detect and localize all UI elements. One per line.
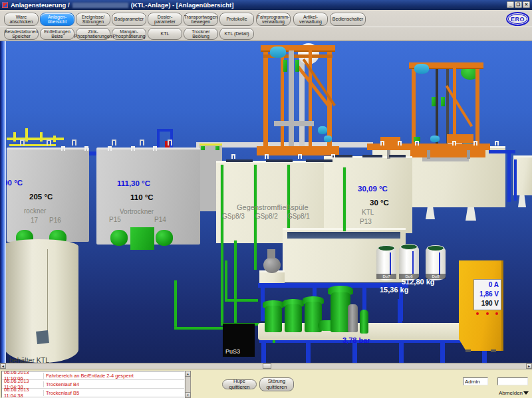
dryer-unit bbox=[130, 227, 154, 250]
tab-transportwagen-bewegen[interactable]: Transportwagen bewegen bbox=[184, 13, 218, 26]
ero-logo-ring bbox=[508, 14, 527, 24]
conveyor-hook bbox=[298, 154, 302, 159]
dryer2-pump-left: P15 bbox=[109, 216, 121, 223]
green-pipe bbox=[234, 241, 237, 324]
tank-rim bbox=[332, 155, 352, 157]
alarm-log-scrollbar[interactable]: ▲ ▼ bbox=[185, 371, 191, 398]
hupe-quittieren-button[interactable]: Hupe quittieren bbox=[222, 379, 257, 389]
window-title-suffix: (KTL-Anlage) - [Anlagenübersicht] bbox=[131, 1, 234, 9]
tank-leg bbox=[518, 195, 526, 207]
cabinet-foot bbox=[466, 349, 471, 352]
tank-yellow-rim bbox=[200, 144, 222, 146]
tab-ereignisse-stoerungen[interactable]: Ereignisse/ Störungen bbox=[76, 13, 110, 26]
tab-ware-abschicken[interactable]: Ware abschicken bbox=[4, 13, 39, 26]
platform-leg bbox=[261, 339, 266, 363]
platform-leg bbox=[399, 339, 404, 363]
tank-hook bbox=[168, 140, 172, 146]
scroll-up-icon[interactable]: ▲ bbox=[185, 371, 191, 377]
tab-zink-phosphatierungen[interactable]: Zink- Phosphatierungen bbox=[76, 28, 110, 40]
tab-bedienschalter[interactable]: Bedienschalter bbox=[330, 13, 366, 26]
close-icon[interactable]: ✕ bbox=[523, 1, 530, 8]
crane-motor-cylinder bbox=[270, 47, 286, 58]
tank-hook bbox=[72, 140, 76, 146]
ktl-temp-actual: 30,09 °C bbox=[358, 185, 388, 193]
plant-3d-view[interactable]: Do7 Do6 Do8 PuS3 bbox=[0, 41, 532, 363]
platform-leg bbox=[440, 339, 445, 363]
scroll-down-icon[interactable]: ▼ bbox=[185, 392, 191, 398]
alarm-message: Trockenlauf B4 bbox=[43, 381, 79, 387]
status-led bbox=[476, 312, 479, 315]
tab-trockner-beoelung[interactable]: Trockner Beölung bbox=[184, 28, 218, 40]
scroll-left-icon[interactable]: ◄ bbox=[0, 363, 6, 369]
username-field[interactable] bbox=[463, 377, 488, 385]
tab-mangan-phosphatierung[interactable]: Mangan- Phosphatierung bbox=[112, 28, 146, 40]
dosing-drum-do6: Do6 bbox=[399, 245, 419, 280]
storage-tank-label: behälter KTL bbox=[9, 356, 49, 363]
tab-entfettungen-beize[interactable]: Entfettungen Beize bbox=[40, 28, 74, 40]
dosing-weight-partial: 15,36 kg bbox=[380, 286, 408, 294]
toolbar-divider bbox=[0, 27, 532, 27]
tank-rim bbox=[266, 159, 293, 162]
scene-horizontal-scrollbar[interactable]: ◄ ► bbox=[0, 363, 532, 369]
minimize-icon[interactable]: _ bbox=[507, 1, 514, 8]
tank-rim bbox=[306, 159, 332, 162]
dosing-drum-do8: Do8 bbox=[426, 246, 446, 280]
green-pipe bbox=[225, 260, 227, 302]
tab-protokolle[interactable]: Protokolle bbox=[219, 13, 254, 26]
window-title-prefix: Anlagensteuerung / bbox=[11, 1, 70, 9]
scrollbar-thumb[interactable] bbox=[263, 363, 271, 369]
maximize-icon[interactable]: ❐ bbox=[515, 1, 522, 8]
tab-fahrprogrammverwaltung[interactable]: Fahrprogramm- verwaltung bbox=[256, 13, 291, 26]
green-pipe bbox=[174, 280, 177, 330]
dryer1-pump-left: 17 bbox=[31, 217, 38, 224]
conveyor-hook bbox=[131, 146, 135, 151]
tank-liquid-surface bbox=[287, 232, 400, 239]
pump-p15 bbox=[110, 230, 128, 246]
password-field[interactable] bbox=[497, 377, 528, 385]
rectifier-display: 0 A 1,86 V 190 V bbox=[473, 279, 501, 310]
tab-badparameter[interactable]: Badparameter bbox=[112, 13, 146, 26]
transport-crane-1 bbox=[261, 41, 335, 157]
alarm-log[interactable]: 06.06.2013 11:10:06 Fahrbereich an Be/En… bbox=[1, 371, 185, 398]
pus3-box: PuS3 bbox=[223, 324, 255, 357]
conveyor-hook bbox=[61, 146, 65, 151]
pump-p14 bbox=[156, 230, 173, 246]
alarm-message: Fahrbereich an Be/Entlade 2-4 gesperrt bbox=[43, 373, 134, 379]
blue-pipe bbox=[507, 150, 511, 202]
tab-beladestationen-speicher[interactable]: Beladestationen Speicher bbox=[4, 28, 39, 40]
scroll-right-icon[interactable]: ► bbox=[526, 363, 532, 369]
tank-leg bbox=[426, 207, 435, 219]
stoerung-quittieren-button[interactable]: Störung quittieren bbox=[259, 377, 294, 391]
anlagensteuerung-window: Anlagensteuerung / (KTL-Anlage) - [Anlag… bbox=[0, 0, 532, 398]
ktl-storage-tank bbox=[4, 239, 78, 363]
ero-logo: ERO bbox=[506, 12, 529, 26]
tab-dosierparameter[interactable]: Dosier- parameter bbox=[148, 13, 182, 26]
rinse-tank1: GSp8/1 bbox=[287, 213, 310, 220]
tank-hook bbox=[140, 140, 144, 146]
logout-link[interactable]: Abmelden bbox=[499, 390, 523, 396]
conveyor-hook bbox=[108, 146, 112, 151]
filter-pump-slim bbox=[360, 310, 368, 334]
conveyor-hook bbox=[398, 141, 402, 146]
conveyor-hook bbox=[473, 141, 477, 146]
alarm-row[interactable]: 06.06.2013 11:04:38 Trockenlauf B5 bbox=[2, 389, 184, 397]
tab-ktl[interactable]: KTL bbox=[148, 28, 182, 40]
ktl-pump: P13 bbox=[360, 218, 372, 225]
logout-dropdown-icon[interactable] bbox=[523, 391, 529, 395]
dosing-drum-do7: Do7 bbox=[376, 246, 396, 280]
tab-anlagenuebersicht[interactable]: Anlagen- übersicht bbox=[40, 13, 74, 26]
tab-ktl-detail[interactable]: KTL (Detail) bbox=[219, 28, 254, 40]
tab-artikelverwaltung[interactable]: Artikel- verwaltung bbox=[293, 13, 328, 26]
cabinet-foot bbox=[491, 349, 496, 352]
ktl-temp-set: 30 °C bbox=[370, 199, 389, 207]
tank-rim bbox=[226, 159, 253, 162]
transport-carriage bbox=[367, 134, 490, 159]
toolbar: Ware abschicken Anlagen- übersicht Ereig… bbox=[0, 10, 532, 41]
rinse-tank2: GSp8/2 bbox=[255, 213, 278, 220]
conveyor-hook bbox=[331, 154, 335, 159]
yellow-pipe bbox=[53, 136, 56, 142]
rectifier-current: 0 A bbox=[474, 280, 499, 290]
green-pipe bbox=[226, 299, 258, 302]
platform-leg bbox=[306, 340, 311, 363]
yellow-pipe bbox=[40, 132, 43, 142]
